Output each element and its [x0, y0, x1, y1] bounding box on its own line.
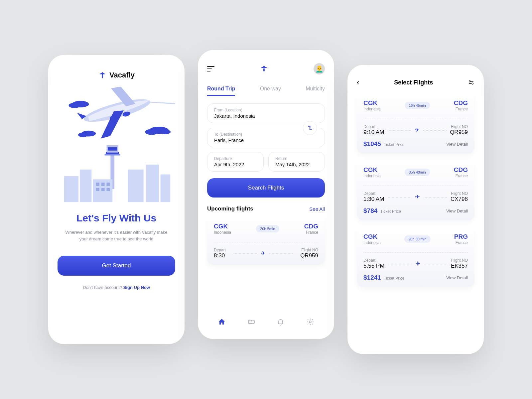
depart-value: 5:55 PM — [363, 263, 384, 269]
upcoming-header: Upcoming flights See All — [207, 205, 325, 212]
trip-type-tabs: Round Trip One way Multicity — [207, 86, 325, 96]
back-icon[interactable]: ‹ — [357, 78, 359, 87]
svg-rect-16 — [64, 176, 78, 202]
to-label: To (Destination) — [214, 132, 318, 137]
depart-label: Depart — [214, 248, 226, 252]
results-screen: ‹ Select Flights CGKIndonesia 16h 45min … — [347, 65, 484, 354]
from-code: CGK — [214, 223, 231, 230]
onboarding-title: Let's Fly With Us — [58, 212, 175, 224]
to-country: France — [454, 107, 468, 111]
flight-label: Flight NO — [451, 258, 468, 263]
logo-icon — [98, 71, 107, 79]
duration-badge: 35h 40min — [405, 169, 430, 176]
upcoming-flight-card[interactable]: CGKIndonesia 20h 5min CDGFrance Depart8:… — [207, 217, 325, 265]
depart-label: Depart — [363, 124, 384, 129]
price-label: Ticket Price — [384, 276, 404, 281]
brand-name: Vacafly — [109, 71, 135, 79]
to-value: Paris, France — [214, 137, 318, 143]
tab-round-trip[interactable]: Round Trip — [207, 86, 235, 96]
svg-rect-27 — [107, 188, 110, 191]
depart-label: Depart — [363, 258, 384, 263]
svg-rect-23 — [101, 183, 105, 186]
from-label: From (Location) — [214, 108, 318, 112]
svg-rect-20 — [161, 175, 171, 202]
depart-label: Depart — [363, 191, 384, 196]
from-value: Jakarta, Indonesia — [214, 113, 318, 119]
from-field[interactable]: From (Location) Jakarta, Indonesia — [207, 103, 325, 123]
from-country: Indonesia — [363, 240, 381, 245]
svg-rect-19 — [146, 165, 159, 202]
flight-card[interactable]: CGKIndonesia 35h 40min CDGFrance Depart1… — [357, 160, 474, 220]
menu-icon[interactable] — [207, 65, 214, 73]
svg-rect-14 — [108, 147, 117, 151]
svg-rect-26 — [101, 188, 105, 191]
home-icon[interactable] — [218, 318, 226, 326]
flight-value: QR959 — [450, 129, 468, 136]
svg-point-31 — [469, 81, 470, 82]
svg-rect-25 — [96, 188, 99, 191]
from-country: Indonesia — [214, 230, 231, 235]
logo-icon — [260, 65, 268, 73]
view-detail-link[interactable]: View Detail — [446, 275, 468, 280]
to-country: France — [454, 240, 468, 245]
svg-rect-24 — [107, 183, 110, 186]
departure-label: Departure — [214, 156, 257, 161]
flight-value: QR959 — [300, 252, 318, 259]
airplane-icon: ✈ — [415, 193, 420, 200]
from-country: Indonesia — [363, 107, 381, 111]
to-code: PRG — [454, 233, 468, 240]
from-country: Indonesia — [363, 174, 381, 178]
signup-link[interactable]: Sign Up Now — [123, 285, 150, 290]
depart-value: 9:10 AM — [363, 129, 384, 136]
gear-icon[interactable] — [306, 318, 314, 326]
see-all-link[interactable]: See All — [309, 206, 325, 212]
flight-value: EK357 — [451, 263, 468, 269]
price: $1045 — [363, 140, 381, 147]
tab-multicity[interactable]: Multicity — [306, 86, 325, 96]
svg-point-6 — [78, 133, 88, 137]
get-started-button[interactable]: Get Started — [58, 256, 175, 276]
upcoming-title: Upcoming flights — [207, 205, 253, 212]
return-field[interactable]: Return May 14th, 2022 — [268, 152, 325, 172]
svg-line-10 — [149, 87, 175, 121]
bell-icon[interactable] — [277, 318, 285, 326]
svg-point-33 — [472, 83, 473, 84]
svg-point-30 — [309, 321, 311, 323]
flight-label: Flight NO — [451, 191, 468, 196]
search-flights-button[interactable]: Search Flights — [207, 178, 325, 198]
tab-one-way[interactable]: One way — [260, 86, 281, 96]
ticket-icon[interactable] — [247, 318, 255, 326]
results-header: ‹ Select Flights — [357, 78, 474, 87]
departure-field[interactable]: Departure Apr 9th, 2022 — [207, 152, 264, 172]
price-label: Ticket Price — [384, 142, 404, 147]
flight-card[interactable]: CGKIndonesia 16h 45min CDGFrance Depart9… — [357, 93, 474, 154]
onboarding-screen: Vacafly — [48, 55, 185, 344]
airplane-icon: ✈ — [415, 126, 420, 134]
svg-rect-22 — [96, 183, 99, 186]
return-label: Return — [275, 156, 318, 161]
results-list: CGKIndonesia 16h 45min CDGFrance Depart9… — [357, 87, 474, 287]
page-title: Select Flights — [394, 79, 433, 86]
onboarding-subtitle: Wherever and whenever it's easier with V… — [58, 229, 175, 242]
avatar[interactable]: 👨‍🦲 — [314, 63, 325, 74]
to-code: CDG — [304, 223, 318, 230]
view-detail-link[interactable]: View Detail — [446, 142, 468, 147]
svg-rect-15 — [105, 154, 120, 156]
airplane-icon: ✈ — [261, 250, 266, 257]
search-form: From (Location) Jakarta, Indonesia ⇅ To … — [207, 103, 325, 198]
hero-illustration — [58, 87, 175, 206]
filter-icon[interactable] — [468, 79, 474, 86]
from-code: CGK — [363, 166, 381, 174]
flight-value: CX798 — [451, 196, 468, 202]
from-code: CGK — [363, 233, 381, 240]
flight-card[interactable]: CGKIndonesia 20h 30 min PRGFrance Depart… — [357, 227, 474, 287]
signup-prompt: Don't have account? Sign Up Now — [58, 285, 175, 290]
svg-point-3 — [145, 129, 158, 135]
flight-label: Flight NO — [450, 124, 468, 129]
depart-value: 1:30 AM — [363, 196, 384, 202]
departure-value: Apr 9th, 2022 — [214, 162, 257, 167]
view-detail-link[interactable]: View Detail — [446, 208, 468, 213]
duration-badge: 16h 45min — [405, 102, 430, 109]
to-country: France — [454, 174, 468, 178]
swap-icon[interactable]: ⇅ — [303, 121, 317, 135]
